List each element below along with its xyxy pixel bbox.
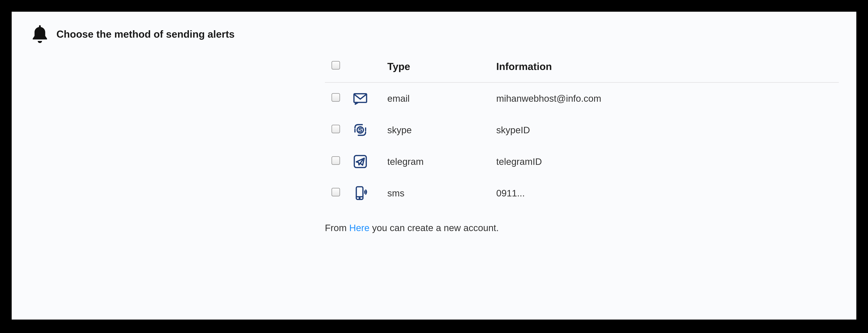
footer-suffix: you can create a new account. xyxy=(369,223,499,233)
bell-icon xyxy=(29,23,51,45)
row-info: skypeID xyxy=(490,114,839,146)
table-row: skype skypeID xyxy=(325,114,839,146)
alerts-table-wrap: Type Information xyxy=(325,56,839,233)
header-information: Information xyxy=(490,56,839,82)
row-info: mihanwebhost@info.com xyxy=(490,82,839,114)
footer-text: From Here you can create a new account. xyxy=(325,223,839,233)
row-checkbox-email[interactable] xyxy=(332,93,340,102)
header-icon xyxy=(346,56,381,82)
sms-icon xyxy=(352,185,368,201)
header-type: Type xyxy=(381,56,490,82)
outer-frame: Choose the method of sending alerts Type… xyxy=(0,0,868,331)
alerts-panel: Choose the method of sending alerts Type… xyxy=(12,12,856,320)
panel-heading: Choose the method of sending alerts xyxy=(29,23,839,45)
row-info: telegramID xyxy=(490,146,839,177)
row-type: sms xyxy=(381,177,490,209)
row-checkbox-skype[interactable] xyxy=(332,125,340,133)
header-select-all xyxy=(325,56,346,82)
row-checkbox-telegram[interactable] xyxy=(332,156,340,165)
table-header-row: Type Information xyxy=(325,56,839,82)
row-checkbox-sms[interactable] xyxy=(332,188,340,196)
row-info: 0911... xyxy=(490,177,839,209)
email-icon xyxy=(352,90,368,106)
table-row: email mihanwebhost@info.com xyxy=(325,82,839,114)
footer-prefix: From xyxy=(325,223,349,233)
svg-point-5 xyxy=(359,198,360,199)
table-row: telegram telegramID xyxy=(325,146,839,177)
row-type: email xyxy=(381,82,490,114)
table-row: sms 0911... xyxy=(325,177,839,209)
row-type: telegram xyxy=(381,146,490,177)
skype-icon xyxy=(352,122,368,138)
alerts-table: Type Information xyxy=(325,56,839,209)
panel-heading-text: Choose the method of sending alerts xyxy=(56,28,235,40)
select-all-checkbox[interactable] xyxy=(332,61,340,70)
create-account-link[interactable]: Here xyxy=(349,223,369,233)
telegram-icon xyxy=(352,154,368,169)
row-type: skype xyxy=(381,114,490,146)
